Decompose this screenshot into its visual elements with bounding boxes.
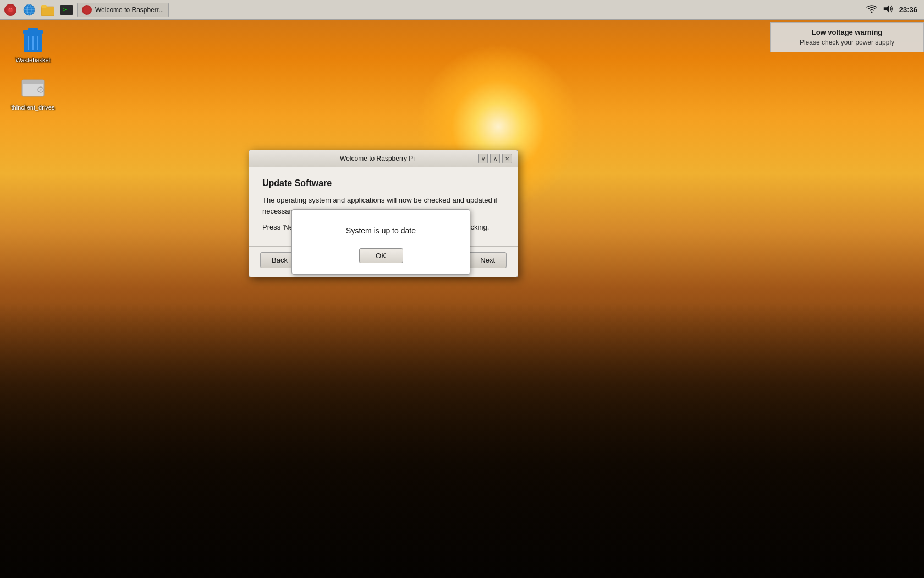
- thinclient-drives-icon-img: [20, 75, 46, 101]
- svg-point-13: [871, 11, 872, 13]
- folder-icon: [41, 4, 54, 16]
- update-dialog-heading: Update Software: [262, 178, 504, 188]
- thinclient-drives-label: thinclient_drives: [12, 103, 55, 111]
- svg-marker-14: [884, 4, 889, 13]
- svg-rect-22: [22, 80, 44, 84]
- speaker-icon: [883, 4, 894, 14]
- svg-point-12: [84, 7, 90, 13]
- svg-rect-10: [41, 7, 54, 16]
- taskbar-window-button[interactable]: Welcome to Raspberr...: [77, 3, 169, 17]
- svg-point-1: [8, 8, 13, 12]
- taskbar-window-icon: [82, 5, 92, 15]
- thinclient-drives-icon[interactable]: thinclient_drives: [11, 75, 55, 111]
- raspberry-pi-menu-button[interactable]: [2, 2, 19, 18]
- warning-title: Low voltage warning: [779, 28, 915, 36]
- ok-button[interactable]: OK: [359, 248, 403, 263]
- svg-rect-11: [41, 5, 47, 8]
- low-voltage-warning: Low voltage warning Please check your po…: [770, 22, 924, 52]
- svg-point-3: [11, 8, 12, 9]
- dialog-controls: ∨ ∧ ✕: [478, 154, 512, 163]
- update-dialog-titlebar: Welcome to Raspberry Pi ∨ ∧ ✕: [249, 150, 518, 167]
- system-status-popup: System is up to date OK: [292, 209, 470, 275]
- taskbar-right: 23:36: [860, 4, 924, 16]
- desktop-icons: Wastebasket thinclient_drives: [11, 28, 55, 123]
- clock: 23:36: [899, 6, 917, 14]
- svg-point-24: [40, 89, 42, 91]
- dialog-maximize-button[interactable]: ∧: [490, 154, 500, 163]
- raspberry-pi-icon: [4, 4, 16, 16]
- warning-body: Please check your power supply: [779, 39, 915, 46]
- next-button[interactable]: Next: [469, 252, 507, 268]
- taskbar-window-title: Welcome to Raspberr...: [95, 6, 164, 14]
- terminal-icon: >_: [60, 5, 73, 15]
- file-manager-button[interactable]: [40, 2, 56, 18]
- dialog-minimize-button[interactable]: ∨: [478, 154, 488, 163]
- globe-icon: [23, 4, 35, 16]
- svg-point-2: [9, 8, 10, 9]
- wastebasket-label: Wastebasket: [15, 56, 50, 64]
- taskbar-left: >_ Welcome to Raspberr...: [0, 2, 860, 18]
- wifi-icon: [866, 4, 877, 13]
- taskbar: >_ Welcome to Raspberr...: [0, 0, 924, 20]
- wastebasket-icon-img: [20, 28, 46, 54]
- desktop: [0, 0, 924, 578]
- svg-rect-16: [28, 28, 38, 31]
- wastebasket-icon[interactable]: Wastebasket: [11, 28, 55, 64]
- wifi-status[interactable]: [866, 4, 877, 15]
- system-status-text: System is up to date: [346, 226, 416, 235]
- update-dialog-title: Welcome to Raspberry Pi: [277, 155, 478, 162]
- browser-button[interactable]: [21, 2, 37, 18]
- dialog-close-button[interactable]: ✕: [502, 154, 512, 163]
- volume-status[interactable]: [883, 4, 894, 16]
- terminal-button[interactable]: >_: [58, 2, 75, 18]
